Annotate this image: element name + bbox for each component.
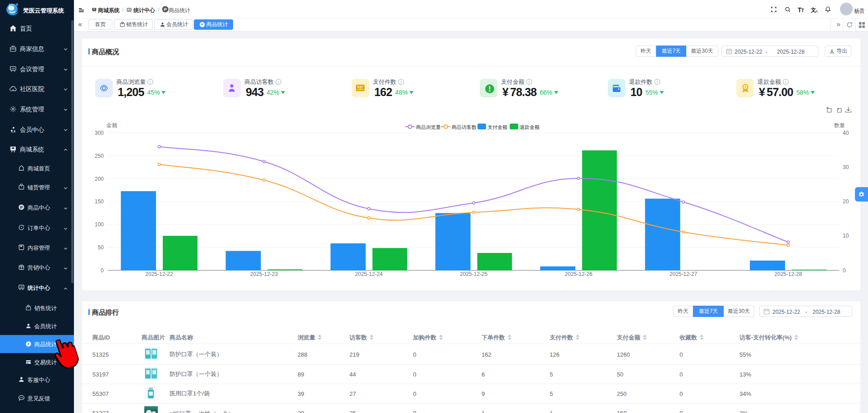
svg-text:P: P <box>27 342 29 346</box>
svg-text:250: 250 <box>95 153 104 159</box>
svg-text:20: 20 <box>843 198 849 205</box>
svg-text:100: 100 <box>95 221 104 228</box>
svg-text:商品访客数: 商品访客数 <box>451 124 476 130</box>
svg-text:2025-12-26: 2025-12-26 <box>565 271 592 277</box>
svg-text:2025-12-28: 2025-12-28 <box>774 271 802 277</box>
svg-text:10: 10 <box>843 233 849 239</box>
svg-text:退款金额: 退款金额 <box>520 124 540 130</box>
svg-text:$: $ <box>358 85 359 89</box>
svg-text:金额: 金额 <box>106 122 117 128</box>
svg-text:2025-12-22: 2025-12-22 <box>145 271 173 277</box>
svg-text:2025-12-24: 2025-12-24 <box>355 271 383 277</box>
svg-text:P: P <box>20 205 23 210</box>
svg-text:2025-12-27: 2025-12-27 <box>670 271 698 277</box>
svg-text:0: 0 <box>101 267 104 274</box>
svg-text:0: 0 <box>843 267 846 274</box>
svg-text:200: 200 <box>95 176 104 182</box>
svg-text:300: 300 <box>95 130 104 136</box>
svg-text:2025-12-23: 2025-12-23 <box>250 271 278 277</box>
svg-text:P: P <box>164 7 166 12</box>
svg-text:40: 40 <box>843 130 849 136</box>
svg-text:数量: 数量 <box>834 122 845 128</box>
svg-text:P: P <box>201 23 203 27</box>
svg-text:30: 30 <box>843 164 849 170</box>
svg-text:支付金额: 支付金额 <box>487 124 507 130</box>
svg-text:2025-12-25: 2025-12-25 <box>460 271 488 277</box>
svg-text:商品浏览量: 商品浏览量 <box>416 124 441 130</box>
svg-text:150: 150 <box>95 198 104 205</box>
svg-text:50: 50 <box>98 244 104 251</box>
